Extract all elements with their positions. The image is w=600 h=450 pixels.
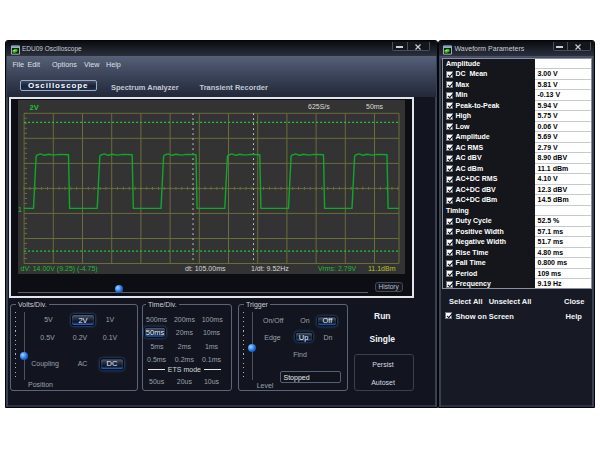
svg-text:dt: 105.00ms: dt: 105.00ms	[185, 265, 226, 272]
svg-text:1: 1	[18, 206, 22, 213]
svg-text:50ms: 50ms	[366, 103, 384, 110]
svg-text:dV: 14.00V (9.25) (-4.75): dV: 14.00V (9.25) (-4.75)	[20, 265, 97, 273]
svg-text:1/dt: 9.52Hz: 1/dt: 9.52Hz	[251, 265, 289, 272]
svg-text:Vrms: 2.79V: Vrms: 2.79V	[318, 265, 357, 272]
svg-text:625S/s: 625S/s	[308, 103, 330, 110]
svg-text:11.1dBm: 11.1dBm	[368, 265, 396, 272]
svg-text:2V: 2V	[29, 103, 38, 112]
